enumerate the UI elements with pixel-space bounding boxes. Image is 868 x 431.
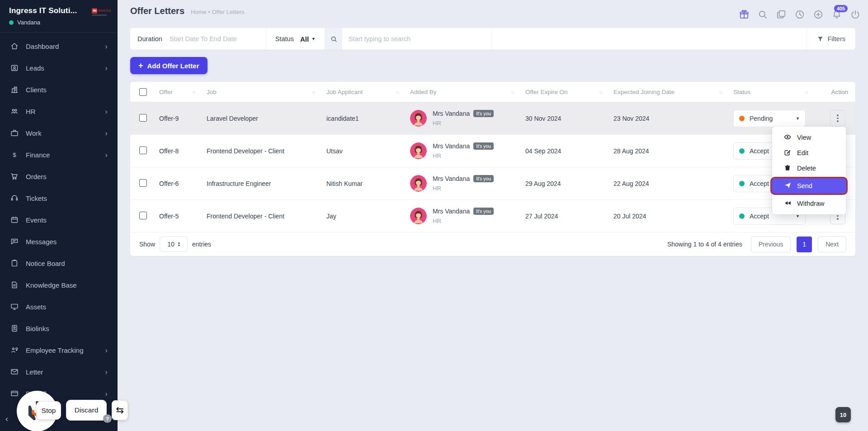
- status-select[interactable]: Pending ▼: [733, 110, 806, 127]
- work-icon: [10, 128, 19, 137]
- chevron-right-icon: ›: [105, 129, 108, 137]
- select-all-checkbox[interactable]: [139, 88, 147, 96]
- topbar-icons: 405: [739, 9, 861, 20]
- row-actions-menu: View Edit Delete Send Withdraw: [772, 127, 846, 214]
- added-by-cell: Mrs Vandana It's you HR: [405, 110, 520, 127]
- trash-icon: [784, 164, 791, 173]
- sidebar-item-biolinks[interactable]: Biolinks ›: [0, 317, 118, 339]
- previous-page-button[interactable]: Previous: [751, 237, 791, 252]
- sort-icon[interactable]: ↑↓: [192, 90, 195, 95]
- next-page-button[interactable]: Next: [818, 237, 846, 252]
- sidebar-item-finance[interactable]: $ Finance ›: [0, 144, 118, 166]
- help-badge[interactable]: ?: [103, 414, 112, 423]
- sidebar-item-label: Events: [26, 216, 47, 224]
- added-by-name: Mrs Vandana: [433, 208, 470, 215]
- sort-icon[interactable]: ↑↓: [719, 90, 722, 95]
- discard-button[interactable]: Discard: [66, 400, 107, 421]
- menu-item-withdraw[interactable]: Withdraw: [772, 196, 846, 211]
- caret-down-icon: ▼: [796, 214, 800, 218]
- offer-expire-cell: 29 Aug 2024: [520, 180, 608, 187]
- sidebar-item-hr[interactable]: HR ›: [0, 100, 118, 122]
- swap-arrows-button[interactable]: ⇆: [112, 400, 128, 420]
- sidebar-item-orders[interactable]: Orders ›: [0, 166, 118, 187]
- notes-icon[interactable]: [776, 9, 787, 20]
- filter-divider: [491, 28, 492, 50]
- row-checkbox[interactable]: [139, 114, 147, 122]
- sidebar-item-label: Dashboard: [26, 43, 59, 50]
- row-actions-button[interactable]: [830, 110, 845, 127]
- funnel-icon: [817, 36, 824, 43]
- history-icon[interactable]: [794, 9, 805, 20]
- sidebar-item-knowledge-base[interactable]: Knowledge Base ›: [0, 274, 118, 296]
- offer-cell: Offer-9: [154, 115, 201, 122]
- logout-power-icon[interactable]: [850, 9, 861, 20]
- filters-button[interactable]: Filters: [807, 28, 855, 50]
- row-checkbox[interactable]: [139, 147, 147, 154]
- sidebar-item-label: Orders: [26, 173, 47, 180]
- page-title: Offer Letters: [130, 6, 184, 16]
- status-dot: [739, 181, 745, 186]
- sort-icon[interactable]: ↑↓: [599, 90, 602, 95]
- table-row: Offer-6 Infrastructure Engineer Nitish K…: [130, 167, 855, 200]
- sidebar-item-employee-tracking[interactable]: Employee Tracking ›: [0, 339, 118, 361]
- duration-label: Duration: [137, 35, 162, 43]
- added-by-name: Mrs Vandana: [433, 142, 470, 150]
- status-filter-label: Status: [275, 35, 294, 43]
- sort-icon[interactable]: ↑↓: [805, 90, 807, 95]
- avatar: [410, 110, 427, 127]
- row-checkbox[interactable]: [139, 179, 147, 187]
- status-label: Pending: [750, 115, 773, 122]
- status-filter-select[interactable]: All ▼: [300, 35, 316, 43]
- add-new-icon[interactable]: [813, 9, 824, 20]
- menu-item-delete[interactable]: Delete: [772, 161, 846, 176]
- sidebar-item-events[interactable]: Events ›: [0, 209, 118, 231]
- add-offer-letter-button[interactable]: + Add Offer Letter: [130, 57, 208, 74]
- row-checkbox[interactable]: [139, 212, 147, 219]
- duration-range-input[interactable]: [170, 35, 258, 43]
- sidebar-item-clients[interactable]: Clients ›: [0, 79, 118, 100]
- table-search-input[interactable]: [342, 28, 491, 50]
- sidebar-item-label: Employee Tracking: [26, 346, 84, 354]
- page-size-select[interactable]: 10 ▴▾: [160, 237, 188, 252]
- workspace-user[interactable]: Vandana: [9, 19, 77, 26]
- sidebar-item-tickets[interactable]: Tickets ›: [0, 187, 118, 209]
- sidebar-item-assets[interactable]: Assets ›: [0, 296, 118, 317]
- sidebar-item-leads[interactable]: Leads ›: [0, 57, 118, 79]
- offer-expire-cell: 30 Nov 2024: [520, 115, 608, 122]
- logo-gress-mark: GRESS: [97, 9, 111, 13]
- eye-icon: [784, 133, 791, 142]
- menu-item-edit[interactable]: Edit: [772, 145, 846, 161]
- sidebar-item-dashboard[interactable]: Dashboard ›: [0, 35, 118, 57]
- sidebar-item-letter[interactable]: Letter ›: [0, 361, 118, 383]
- events-icon: [10, 215, 19, 224]
- added-by-name: Mrs Vandana: [433, 110, 470, 117]
- sidebar-item-messages[interactable]: Messages ›: [0, 231, 118, 252]
- column-header-expected-joining-date: Expected Joining Date ↑↓: [608, 89, 728, 95]
- current-page-button[interactable]: 1: [797, 237, 812, 252]
- added-by-name: Mrs Vandana: [433, 175, 470, 182]
- stop-button[interactable]: Stop: [36, 401, 61, 420]
- sort-icon[interactable]: ↑↓: [312, 90, 315, 95]
- sort-icon[interactable]: ↑↓: [396, 90, 398, 95]
- added-by-role: HR: [433, 120, 494, 127]
- menu-item-view[interactable]: View: [772, 130, 846, 145]
- menu-item-send[interactable]: Send: [770, 177, 848, 195]
- job-cell: Frontend Developer - Client: [201, 147, 321, 155]
- sidebar-item-notice-board[interactable]: Notice Board ›: [0, 252, 118, 274]
- sidebar-item-label: Finance: [26, 151, 50, 159]
- status-label: Accept: [750, 147, 769, 155]
- user-name: Vandana: [17, 19, 40, 26]
- chevron-right-icon: ›: [105, 43, 108, 50]
- sidebar-collapse-icon[interactable]: ‹: [5, 414, 8, 424]
- joining-date-cell: 23 Nov 2024: [608, 115, 728, 122]
- status-dot: [739, 213, 745, 219]
- search-icon[interactable]: [757, 9, 768, 20]
- notifications-bell-icon[interactable]: 405: [831, 9, 842, 20]
- sort-icon[interactable]: ↑↓: [511, 90, 514, 95]
- sidebar-item-label: Knowledge Base: [26, 281, 77, 289]
- sidebar-item-label: Letter: [26, 368, 43, 376]
- gift-icon[interactable]: [739, 9, 750, 20]
- sidebar-item-work[interactable]: Work ›: [0, 122, 118, 144]
- table-row: Offer-5 Frontend Developer - Client Jay …: [130, 200, 855, 232]
- its-you-badge: It's you: [473, 110, 494, 117]
